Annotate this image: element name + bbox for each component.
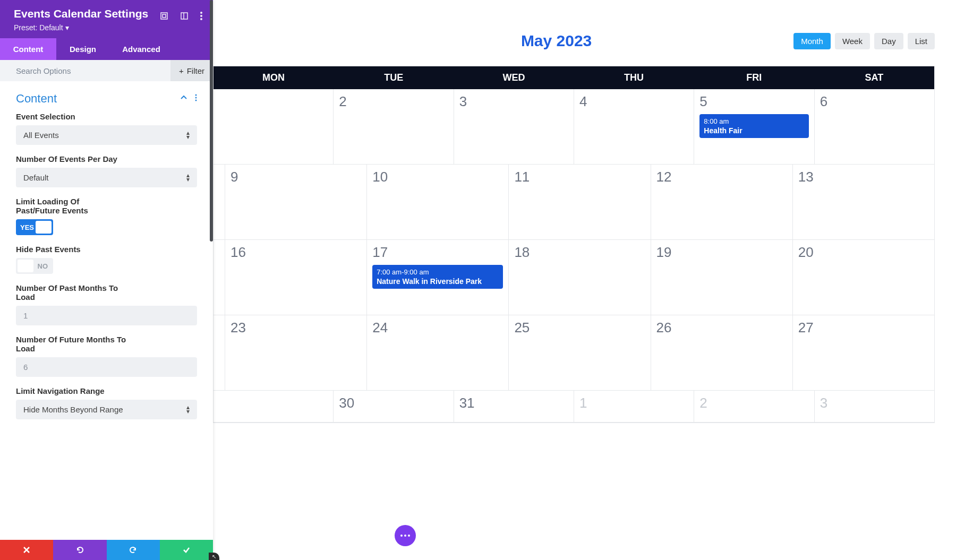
day-number: 11	[514, 169, 645, 185]
settings-panel: Events Calendar Settings Preset: Default…	[0, 0, 213, 423]
select-arrows-icon: ▴▾	[186, 174, 190, 181]
select-arrows-icon: ▴▾	[186, 131, 190, 139]
calendar-area: May 2023 Month Week Day List MONTUEWEDTH…	[213, 0, 956, 423]
search-input[interactable]	[0, 66, 170, 75]
day-number: 4	[579, 93, 688, 110]
calendar-cell[interactable]: 3	[454, 89, 574, 165]
view-day-button[interactable]: Day	[874, 33, 903, 49]
day-number: 3	[459, 93, 568, 110]
day-number: 27	[798, 320, 929, 336]
calendar-cell[interactable]: 31	[454, 391, 574, 423]
scrollbar-thumb[interactable]	[210, 0, 213, 242]
day-number: 13	[798, 169, 929, 185]
past-months-input[interactable]	[16, 306, 197, 325]
view-list-button[interactable]: List	[908, 33, 935, 49]
event-chip[interactable]: 7:00 am-9:00 amNature Walk in Riverside …	[372, 265, 503, 289]
day-number: 2	[699, 395, 808, 411]
calendar-cell[interactable]	[214, 89, 334, 165]
calendar-cell[interactable]: 3	[815, 391, 934, 423]
calendar-row: 3031123	[214, 391, 934, 423]
day-header: TUE	[334, 66, 454, 89]
svg-point-6	[200, 18, 202, 20]
section-more-icon[interactable]	[195, 94, 197, 104]
calendar-cell[interactable]: 26	[651, 315, 793, 391]
calendar-cell[interactable]: 177:00 am-9:00 amNature Walk in Riversid…	[367, 240, 509, 315]
day-number: 1	[579, 395, 688, 411]
svg-rect-0	[161, 13, 167, 19]
calendar-cell[interactable]: 12	[651, 165, 793, 240]
day-number: 24	[372, 320, 503, 336]
calendar-cell[interactable]: 19	[651, 240, 793, 315]
limit-loading-toggle[interactable]: YES	[16, 219, 53, 235]
future-months-label: Number Of Future Months To Load	[16, 335, 127, 353]
hide-past-label: Hide Past Events	[16, 245, 197, 254]
svg-point-8	[195, 97, 197, 99]
day-number: 16	[231, 244, 361, 261]
day-number: 17	[372, 244, 503, 261]
event-title: Health Fair	[704, 126, 804, 135]
day-header: SAT	[814, 66, 934, 89]
calendar-cell[interactable]: 30	[334, 391, 454, 423]
events-per-day-select[interactable]: Default ▴▾	[16, 168, 197, 187]
tab-design[interactable]: Design	[56, 38, 109, 60]
calendar-cell[interactable]: 23	[225, 315, 367, 391]
panel-title: Events Calendar Settings	[14, 7, 148, 20]
calendar-cell[interactable]: 20	[793, 240, 934, 315]
panel-body[interactable]: Content Event Selection All Events ▴▾ Nu…	[0, 81, 213, 423]
future-months-input[interactable]	[16, 357, 197, 377]
calendar-cell[interactable]	[214, 391, 334, 423]
sidebar-toggle-icon[interactable]	[180, 12, 189, 22]
calendar-cell[interactable]: 16	[225, 240, 367, 315]
caret-down-icon: ▾	[65, 23, 69, 32]
calendar-cell[interactable]: 10	[367, 165, 509, 240]
day-number: 12	[656, 169, 787, 185]
preset-selector[interactable]: Preset: Default ▾	[14, 23, 148, 32]
day-number: 9	[231, 169, 361, 185]
limit-nav-label: Limit Navigation Range	[16, 386, 197, 395]
calendar-row: 222324252627	[214, 315, 934, 391]
expand-icon[interactable]	[160, 12, 168, 22]
calendar-cell[interactable]: 1	[574, 391, 694, 423]
tab-advanced[interactable]: Advanced	[109, 38, 173, 60]
hide-past-toggle[interactable]: NO	[16, 258, 53, 274]
view-month-button[interactable]: Month	[793, 33, 831, 49]
event-chip[interactable]: 8:00 amHealth Fair	[699, 114, 808, 138]
day-number: 2	[339, 93, 448, 110]
calendar-title: May 2023	[319, 32, 793, 50]
svg-rect-1	[163, 14, 166, 18]
day-number: 6	[820, 93, 929, 110]
events-per-day-label: Number Of Events Per Day	[16, 154, 197, 163]
calendar-cell[interactable]: 18	[509, 240, 651, 315]
calendar-cell[interactable]: 58:00 amHealth Fair	[694, 89, 814, 165]
limit-nav-select[interactable]: Hide Months Beyond Range ▴▾	[16, 400, 197, 419]
calendar-cell[interactable]: 25	[509, 315, 651, 391]
view-switcher: Month Week Day List	[793, 33, 935, 49]
calendar-body: 23458:00 amHealth Fair689101112131516177…	[214, 89, 934, 423]
event-selection-label: Event Selection	[16, 112, 197, 121]
day-header: WED	[454, 66, 574, 89]
calendar-cell[interactable]: 9	[225, 165, 367, 240]
calendar-cell[interactable]: 27	[793, 315, 934, 391]
tab-content[interactable]: Content	[0, 38, 56, 60]
calendar-cell[interactable]: 2	[334, 89, 454, 165]
filter-button[interactable]: + Filter	[170, 60, 213, 81]
calendar-cell[interactable]: 2	[694, 391, 814, 423]
calendar-cell[interactable]: 11	[509, 165, 651, 240]
more-vertical-icon[interactable]	[200, 12, 202, 22]
day-number: 5	[699, 93, 808, 110]
calendar-cell[interactable]: 13	[793, 165, 934, 240]
calendar-cell[interactable]: 24	[367, 315, 509, 391]
event-selection-select[interactable]: All Events ▴▾	[16, 125, 197, 145]
select-arrows-icon: ▴▾	[186, 406, 190, 413]
svg-rect-2	[181, 13, 187, 19]
calendar-cell[interactable]: 6	[815, 89, 934, 165]
view-week-button[interactable]: Week	[835, 33, 870, 49]
calendar-row: 23458:00 amHealth Fair6	[214, 89, 934, 165]
calendar-cell[interactable]: 4	[574, 89, 694, 165]
day-number: 31	[459, 395, 568, 411]
plus-icon: +	[179, 66, 184, 75]
calendar-row: 8910111213	[214, 165, 934, 240]
collapse-icon[interactable]	[180, 94, 187, 104]
toggle-knob	[18, 260, 33, 272]
event-time: 8:00 am	[704, 117, 804, 125]
